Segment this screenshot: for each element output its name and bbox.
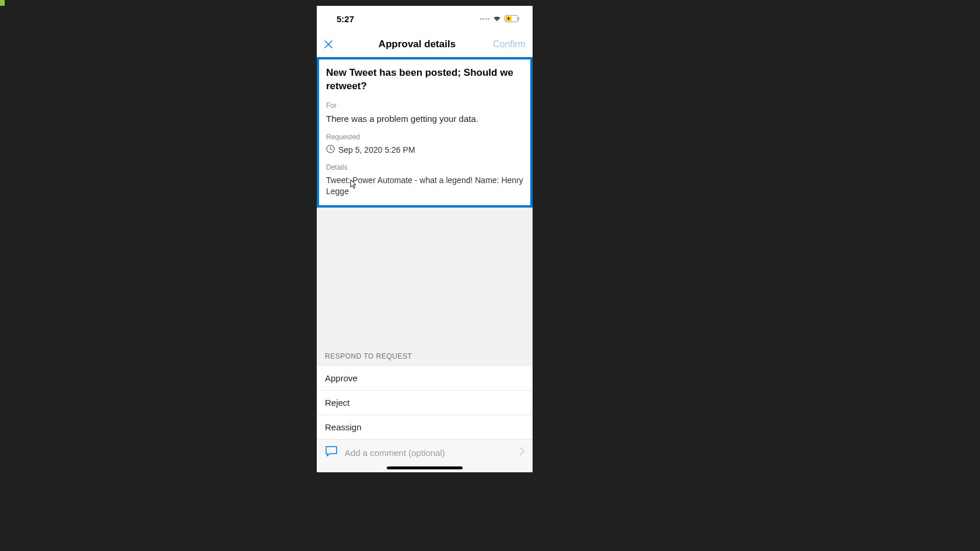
close-button[interactable] <box>324 40 341 49</box>
svg-rect-2 <box>519 17 520 20</box>
status-bar: 5:27 <box>317 6 533 31</box>
approval-card: New Tweet has been posted; Should we ret… <box>317 57 533 208</box>
home-indicator <box>387 466 463 469</box>
reject-action[interactable]: Reject <box>317 391 533 415</box>
indicator-dot <box>0 0 5 6</box>
status-icons <box>480 15 520 22</box>
details-value: Tweet: Power Automate - what a legend! N… <box>326 175 523 197</box>
for-value: There was a problem getting your data. <box>326 113 523 125</box>
comment-icon <box>325 445 338 459</box>
page-title: Approval details <box>379 38 456 50</box>
close-icon <box>324 40 333 49</box>
approve-action[interactable]: Approve <box>317 366 533 391</box>
wifi-icon <box>492 15 502 22</box>
confirm-button[interactable]: Confirm <box>493 39 526 50</box>
nav-bar: Approval details Confirm <box>317 31 533 57</box>
requested-value: Sep 5, 2020 5:26 PM <box>338 145 415 155</box>
clock-icon <box>326 145 335 155</box>
comment-input[interactable] <box>345 448 513 458</box>
details-label: Details <box>326 163 523 171</box>
respond-section: RESPOND TO REQUEST Approve Reject Reassi… <box>317 346 533 439</box>
battery-icon <box>505 15 520 22</box>
for-label: For <box>326 101 523 110</box>
cellular-icon <box>480 18 490 20</box>
requested-label: Requested <box>326 133 523 141</box>
chevron-right-icon <box>520 447 524 458</box>
status-time: 5:27 <box>337 14 354 24</box>
phone-screen: 5:27 <box>317 6 533 472</box>
approval-title: New Tweet has been posted; Should we ret… <box>326 66 523 93</box>
reassign-action[interactable]: Reassign <box>317 415 533 439</box>
requested-row: Sep 5, 2020 5:26 PM <box>326 145 523 155</box>
action-list: Approve Reject Reassign <box>317 366 533 439</box>
respond-header: RESPOND TO REQUEST <box>317 346 533 366</box>
content-area: New Tweet has been posted; Should we ret… <box>317 57 533 472</box>
comment-bar <box>317 439 533 472</box>
